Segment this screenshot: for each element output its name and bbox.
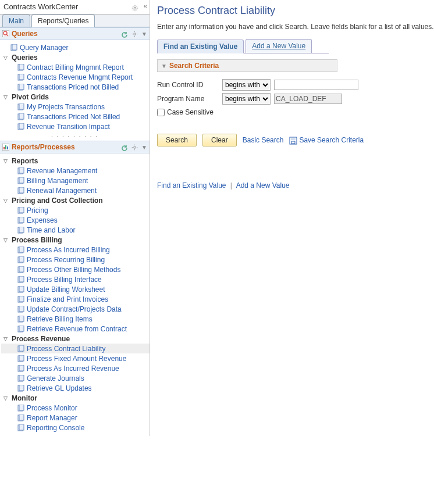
page-icon <box>17 424 27 431</box>
link-label: Process As Incurred Billing <box>27 246 110 254</box>
link-contracts-revenue-mngmt-report[interactable]: Contracts Revenue Mngmt Report <box>1 72 150 82</box>
expand-triangle-icon: ▽ <box>3 55 9 60</box>
link-generate-journals[interactable]: Generate Journals <box>1 373 150 383</box>
op-run-control[interactable]: begins with <box>222 79 271 91</box>
link-transactions-priced-not-billed[interactable]: Transactions Priced Not Billed <box>1 112 150 121</box>
svg-rect-61 <box>19 286 24 292</box>
group-pricing-and-cost-collection[interactable]: ▽Pricing and Cost Collection <box>1 195 150 205</box>
save-criteria-link[interactable]: Save Search Criteria <box>299 136 364 144</box>
link-renewal-management[interactable]: Renewal Management <box>1 185 150 195</box>
svg-rect-67 <box>19 316 24 321</box>
svg-rect-34 <box>7 146 8 149</box>
basic-search-link[interactable]: Basic Search <box>243 136 284 144</box>
link-process-billing-interface[interactable]: Process Billing Interface <box>1 274 150 284</box>
save-icon <box>289 136 297 144</box>
link-pricing[interactable]: Pricing <box>1 205 150 215</box>
svg-rect-49 <box>19 217 24 223</box>
page-tabs: Find an Existing Value Add a New Value <box>157 39 329 53</box>
op-program-name[interactable]: begins with <box>222 93 271 105</box>
search-criteria-bar[interactable]: ▼ Search Criteria <box>157 59 337 72</box>
row-run-control: Run Control ID begins with <box>157 79 434 91</box>
link-billing-management[interactable]: Billing Management <box>1 176 150 185</box>
link-label: Process Other Billing Methods <box>27 266 120 274</box>
link-revenue-transition-impact[interactable]: Revenue Transition Impact <box>1 121 150 131</box>
link-label: Process Monitor <box>27 404 77 412</box>
link-report-manager[interactable]: Report Manager <box>1 413 150 423</box>
expand-triangle-icon: ▽ <box>3 237 9 243</box>
group-monitor[interactable]: ▽Monitor <box>1 393 150 403</box>
expand-triangle-icon: ▽ <box>3 336 9 342</box>
gear-icon[interactable] <box>131 3 138 10</box>
group-pivot-grids[interactable]: ▽Pivot Grids <box>1 92 150 102</box>
svg-rect-79 <box>19 385 24 391</box>
chevron-down-icon[interactable]: ▼ <box>141 31 147 37</box>
page-icon <box>17 177 27 184</box>
bottom-find-link[interactable]: Find an Existing Value <box>157 181 226 190</box>
group-process-billing[interactable]: ▽Process Billing <box>1 235 150 245</box>
link-retrieve-billing-items[interactable]: Retrieve Billing Items <box>1 314 150 324</box>
input-run-control[interactable] <box>274 80 358 90</box>
link-my-projects-transactions[interactable]: My Projects Transactions <box>1 102 150 112</box>
checkbox-case-sensitive[interactable] <box>157 109 165 116</box>
section-gear-icon[interactable] <box>131 143 138 151</box>
link-retrieve-gl-updates[interactable]: Retrieve GL Updates <box>1 383 150 393</box>
tab-reports-queries[interactable]: Reports/Queries <box>31 15 95 27</box>
refresh-icon[interactable] <box>121 30 128 37</box>
link-label: Billing Management <box>27 177 88 185</box>
tab-add-value[interactable]: Add a New Value <box>246 39 312 53</box>
svg-rect-81 <box>19 405 24 410</box>
search-button[interactable]: Search <box>157 134 197 146</box>
link-transactions-priced-not-billed[interactable]: Transactions Priced not Billed <box>1 82 150 92</box>
link-reporting-console[interactable]: Reporting Console <box>1 423 150 432</box>
page-icon <box>17 123 27 130</box>
page-icon <box>17 345 27 352</box>
link-update-contract-projects-data[interactable]: Update Contract/Projects Data <box>1 304 150 314</box>
link-process-as-incurred-billing[interactable]: Process As Incurred Billing <box>1 245 150 255</box>
svg-rect-43 <box>19 177 24 183</box>
clear-button[interactable]: Clear <box>202 134 237 146</box>
link-label: Retrieve Revenue from Contract <box>27 325 127 333</box>
link-label: Process Contract Liability <box>27 345 105 353</box>
group-queries[interactable]: ▽Queries <box>1 52 150 62</box>
page-title: Process Contract Liability <box>157 5 434 17</box>
workcenter-title: Contracts WorkCenter <box>3 2 129 11</box>
link-revenue-management[interactable]: Revenue Management <box>1 166 150 176</box>
tab-find-value[interactable]: Find an Existing Value <box>157 40 244 53</box>
link-process-other-billing-methods[interactable]: Process Other Billing Methods <box>1 264 150 274</box>
reports-icon <box>2 144 9 151</box>
group-label: Process Billing <box>12 236 62 244</box>
link-process-recurring-billing[interactable]: Process Recurring Billing <box>1 255 150 264</box>
svg-rect-18 <box>12 44 17 50</box>
link-time-and-labor[interactable]: Time and Labor <box>1 225 150 235</box>
link-process-fixed-amount-revenue[interactable]: Process Fixed Amount Revenue <box>1 353 150 363</box>
link-expenses[interactable]: Expenses <box>1 215 150 225</box>
link-label: Renewal Management <box>27 187 97 195</box>
link-update-billing-worksheet[interactable]: Update Billing Worksheet <box>1 284 150 294</box>
group-process-revenue[interactable]: ▽Process Revenue <box>1 334 150 344</box>
link-label: Retrieve Billing Items <box>27 315 93 323</box>
chevron-down-icon[interactable]: ▼ <box>141 144 147 151</box>
link-contract-billing-mngmnt-report[interactable]: Contract Billing Mngmnt Report <box>1 62 150 72</box>
row-case-sensitive: Case Sensitive <box>157 108 434 116</box>
link-process-as-incurred-revenue[interactable]: Process As Incurred Revenue <box>1 363 150 373</box>
page-icon <box>17 306 27 313</box>
collapse-icon[interactable]: « <box>143 3 146 10</box>
link-process-monitor[interactable]: Process Monitor <box>1 403 150 413</box>
section-gear-icon[interactable] <box>131 30 138 38</box>
page-icon <box>17 385 27 392</box>
label-case-sensitive: Case Sensitive <box>167 108 214 116</box>
tab-main[interactable]: Main <box>2 15 30 27</box>
link-label: Process Recurring Billing <box>27 256 105 264</box>
link-retrieve-revenue-from-contract[interactable]: Retrieve Revenue from Contract <box>1 324 150 334</box>
group-reports[interactable]: ▽Reports <box>1 156 150 166</box>
svg-rect-24 <box>19 84 24 90</box>
link-label: Revenue Transition Impact <box>27 123 110 131</box>
refresh-icon[interactable] <box>121 144 128 151</box>
link-process-contract-liability[interactable]: Process Contract Liability <box>1 344 150 353</box>
bottom-add-link[interactable]: Add a New Value <box>236 181 290 190</box>
svg-line-6 <box>137 9 137 10</box>
link-query-manager[interactable]: Query Manager <box>1 42 150 52</box>
page-icon <box>17 187 27 194</box>
buttons-row: Search Clear Basic Search Save Search Cr… <box>157 134 434 146</box>
link-finalize-and-print-invoices[interactable]: Finalize and Print Invoices <box>1 294 150 304</box>
